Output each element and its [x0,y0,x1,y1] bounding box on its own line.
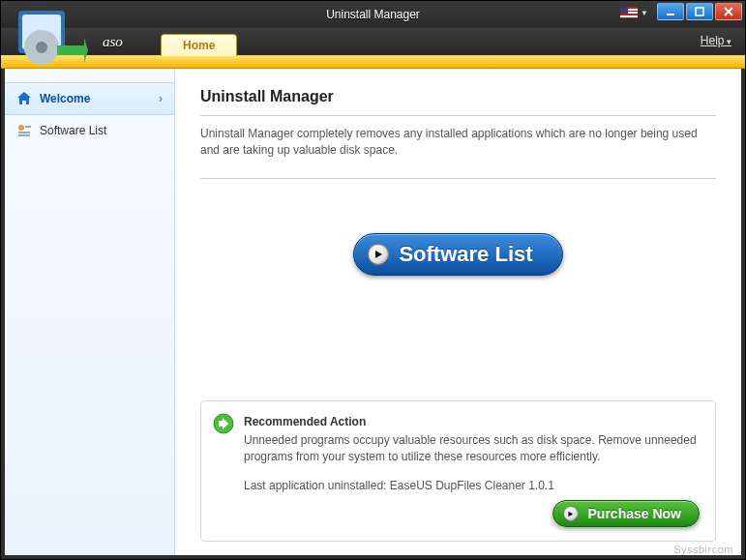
recommended-action-panel: Recommended Action Unneeded programs occ… [200,400,716,542]
page-description: Uninstall Manager completely removes any… [200,126,716,159]
arrow-circle-icon [213,413,234,434]
window-controls [657,3,742,20]
software-list-button[interactable]: Software List [353,233,562,276]
play-icon [563,506,579,521]
sidebar-item-label: Welcome [40,92,90,105]
home-icon [16,91,32,106]
body: Welcome Software List Uninstall Manager … [5,69,741,555]
close-button[interactable] [715,3,742,20]
window-title: Uninstall Manager [326,8,420,21]
content-pane: Uninstall Manager Uninstall Manager comp… [175,69,741,555]
divider [200,178,716,179]
titlebar: Uninstall Manager ▼ [1,1,745,28]
flag-icon [620,7,638,18]
svg-point-3 [36,42,47,53]
sidebar: Welcome Software List [5,69,175,555]
svg-point-6 [18,125,24,131]
maximize-button[interactable] [686,3,713,20]
chevron-down-icon: ▼ [641,9,648,17]
button-label: Software List [399,242,532,267]
button-label: Purchase Now [588,506,681,521]
svg-rect-4 [667,14,674,15]
last-uninstalled: Last application uninstalled: EaseUS Dup… [244,479,700,492]
language-selector[interactable]: ▼ [620,7,648,18]
header-strip: aso Home Help [1,28,745,55]
sidebar-item-label: Software List [40,124,106,137]
brand-label: aso [103,34,123,50]
svg-rect-7 [25,126,31,128]
help-menu[interactable]: Help [701,34,731,47]
purchase-now-button[interactable]: Purchase Now [552,500,700,527]
svg-rect-9 [18,134,30,136]
play-icon [368,244,389,265]
app-logo-icon [13,9,88,74]
divider [200,115,716,116]
app-window: Uninstall Manager ▼ aso Home Help Welcom… [0,0,746,560]
recommended-title: Recommended Action [244,415,700,428]
recommended-description: Unneeded programs occupy valuable resour… [244,432,700,465]
watermark: Syssbircom [673,544,733,555]
ribbon-bar [1,55,745,69]
main-action-area: Software List [200,233,716,276]
sidebar-item-software-list[interactable]: Software List [5,115,174,146]
page-title: Uninstall Manager [200,88,716,105]
svg-rect-5 [696,8,703,15]
svg-rect-8 [18,132,30,133]
minimize-button[interactable] [657,3,684,20]
tab-home[interactable]: Home [161,34,237,56]
list-icon [16,123,32,138]
sidebar-item-welcome[interactable]: Welcome [5,82,174,115]
